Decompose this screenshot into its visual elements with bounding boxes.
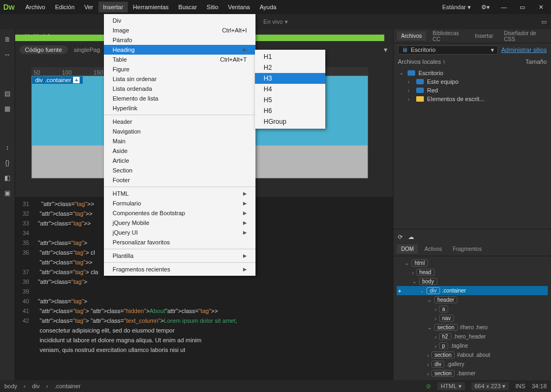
format-source-icon[interactable]: {} [5,159,9,167]
menu-item-elemento-de-lista[interactable]: Elemento de lista [104,94,255,103]
dom-node-header[interactable]: ⌄header [397,295,548,304]
menu-item-section[interactable]: Section [104,165,255,175]
menu-item-heading[interactable]: Heading▶ [104,45,255,55]
menu-item-table[interactable]: TableCtrl+Alt+T [104,55,255,64]
column-size[interactable]: Tamaño [526,58,547,65]
apply-comment-icon[interactable]: ◧ [4,174,10,182]
dom-node-h2[interactable]: ›h2.hero_header [397,332,548,341]
filter-icon[interactable]: ▼ [383,46,389,53]
window-close-icon[interactable]: ✕ [534,2,548,12]
file-tree-item[interactable]: ⌄Escritorio [396,68,549,77]
menu-herramientas[interactable]: Herramientas [129,2,173,12]
dom-node-head[interactable]: ›head [397,268,548,277]
menu-item-párrafo[interactable]: Párrafo [104,35,255,45]
source-code-button[interactable]: Código fuente [19,45,68,54]
menu-item-html[interactable]: HTML▶ [104,189,255,198]
dom-tree: ⌄html›head⌄body+⌄div.container⌄header›a›… [393,256,551,380]
window-maximize-icon[interactable]: ▭ [515,2,529,12]
submenu-item-h2[interactable]: H2 [255,62,325,73]
menu-item-article[interactable]: Article [104,156,255,165]
panel-tab-activos[interactable]: Activos [420,244,446,254]
menu-item-image[interactable]: ImageCtrl+Alt+I [104,25,255,35]
submenu-item-h4[interactable]: H4 [255,84,325,95]
menu-ayuda[interactable]: Ayuda [255,2,281,12]
panel-tab-diseñador-de-css[interactable]: Diseñador de CSS [500,29,548,44]
submenu-item-h6[interactable]: H6 [255,105,325,116]
add-class-icon[interactable]: + [73,77,80,83]
menu-item-hyperlink[interactable]: Hyperlink [104,103,255,113]
site-dropdown[interactable]: 🖥 Escritorio ▾ [398,45,498,55]
panel-tab-fragmentos[interactable]: Fragmentos [449,244,486,254]
language-selector[interactable]: HTML ▾ [437,382,465,390]
menu-item-componentes-de-bootstrap[interactable]: Componentes de Bootstrap▶ [104,208,255,218]
toggle-icon[interactable]: ↔ [4,51,11,58]
menu-item-lista-sin-ordenar[interactable]: Lista sin ordenar [104,74,255,84]
error-status-icon[interactable]: ⊘ [426,383,431,390]
breadcrumb[interactable]: .container [55,383,81,389]
menu-edición[interactable]: Edición [51,2,79,12]
panel-tab-dom[interactable]: DOM [397,244,418,254]
submenu-item-h1[interactable]: H1 [255,51,325,62]
menu-item-div[interactable]: Div [104,16,255,25]
dom-node-div[interactable]: ›div.gallery [397,360,548,369]
column-local-files[interactable]: Archivos locales ↑ [398,58,445,65]
file-management-icon[interactable]: 🗎 [4,36,11,43]
menu-item-plantilla[interactable]: Plantilla▶ [104,251,255,261]
breadcrumb[interactable]: div [32,383,40,389]
menu-item-jquery-ui[interactable]: jQuery UI▶ [104,228,255,237]
menu-item-formulario[interactable]: Formulario▶ [104,198,255,208]
panel-tab-bibliotecas-cc[interactable]: Bibliotecas CC [428,29,468,44]
menu-buscar[interactable]: Buscar [174,2,201,12]
submenu-item-hgroup[interactable]: HGroup [255,116,325,127]
submenu-item-h3[interactable]: H3 [255,73,325,84]
file-tree-item[interactable]: ›Elementos de escrit... [396,95,549,103]
menu-item-lista-ordenada[interactable]: Lista ordenada [104,84,255,94]
dom-node-html[interactable]: ⌄html [397,258,548,268]
dom-node-body[interactable]: ⌄body [397,277,548,286]
menu-archivo[interactable]: Archivo [21,2,50,12]
related-file-link[interactable]: singlePag [74,46,100,53]
dom-node-section[interactable]: ⌄section#hero .hero [397,323,548,332]
menu-item-personalizar-favoritos[interactable]: Personalizar favoritos [104,237,255,247]
file-tree-item[interactable]: ›Red [396,86,549,95]
menu-item-header[interactable]: Header [104,117,255,127]
dom-node-section[interactable]: ›section.banner [397,369,548,378]
window-minimize-icon[interactable]: — [497,2,511,12]
menu-item-aside[interactable]: Aside [104,146,255,156]
dom-node-a[interactable]: ›a [397,304,548,314]
dom-node-nav[interactable]: ›nav [397,314,548,323]
panel-tab-archivos[interactable]: Archivos [397,31,426,41]
menu-item-figure[interactable]: Figure [104,64,255,74]
breadcrumb[interactable]: body [4,383,17,389]
insert-mode-label[interactable]: INS [515,383,525,389]
menu-item-footer[interactable]: Footer [104,175,255,185]
dom-node-section[interactable]: ›section#about .about [397,350,548,360]
manage-sites-link[interactable]: Administrar sitios [501,46,547,53]
file-tree-item[interactable]: ›Este equipo [396,77,549,86]
dom-node-div[interactable]: +⌄div.container [397,286,548,295]
expand-all-icon[interactable]: ▤ [4,90,10,97]
element-display-badge[interactable]: div .container + [32,76,83,84]
panel-menu-icon[interactable]: ▭ [541,18,547,25]
sync-settings-icon[interactable]: ⚙▾ [478,2,493,12]
dom-node-p[interactable]: ›p.tagline [397,341,548,350]
collapse-all-icon[interactable]: ▦ [4,105,10,112]
menu-ventana[interactable]: Ventana [224,2,254,12]
view-live-button[interactable]: En vivo ▾ [264,18,288,25]
menu-item-fragmentos-recientes[interactable]: Fragmentos recientes▶ [104,264,255,274]
menu-sitio[interactable]: Sitio [202,2,222,12]
menu-item-main[interactable]: Main [104,136,255,146]
menu-item-jquery-mobile[interactable]: jQuery Mobile▶ [104,218,255,228]
collect-icon[interactable]: ☁ [408,234,414,241]
panel-tab-insertar[interactable]: Insertar [470,31,497,41]
add-element-icon[interactable]: + [398,288,401,294]
workspace-selector[interactable]: Estándar ▾ [439,3,474,12]
refresh-icon[interactable]: ⟳ [398,234,403,241]
menu-ver[interactable]: Ver [80,2,98,12]
menu-item-navigation[interactable]: Navigation [104,127,255,136]
submenu-item-h5[interactable]: H5 [255,95,325,105]
menu-insertar[interactable]: Insertar [99,2,127,12]
select-parent-icon[interactable]: ↕ [6,144,9,151]
wrap-tag-icon[interactable]: ▣ [4,189,10,197]
window-size-selector[interactable]: 664 x 223 ▾ [471,382,509,390]
